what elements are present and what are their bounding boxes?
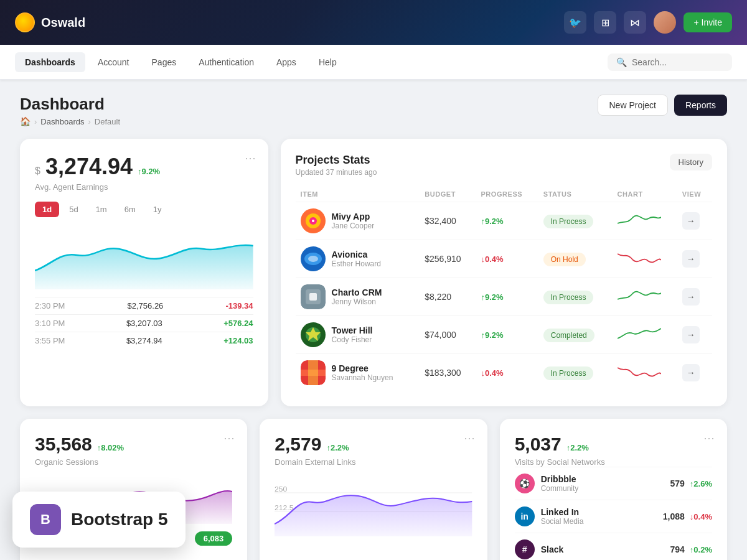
filter-1d[interactable]: 1d: [35, 202, 59, 217]
col-status: STATUS: [538, 187, 613, 202]
table-row: Avionica Esther Howard $256,910 ↓0.4% On…: [296, 240, 712, 278]
projects-table-head: ITEM BUDGET PROGRESS STATUS CHART VIEW: [296, 187, 712, 202]
row-view[interactable]: →: [677, 202, 712, 240]
project-info: Avionica Esther Howard: [332, 250, 381, 268]
earnings-menu[interactable]: ⋯: [245, 151, 256, 165]
avatar[interactable]: [654, 11, 676, 34]
project-item: Charto CRM Jenny Wilson: [301, 284, 415, 309]
data-rows: 2:30 PM $2,756.26 -139.34 3:10 PM $3,207…: [35, 297, 253, 349]
row-view[interactable]: →: [677, 354, 712, 392]
row-item: Mivy App Jane Cooper: [296, 202, 420, 240]
projects-header: Projects Stats Updated 37 minutes ago Hi…: [296, 154, 712, 177]
projects-title: Projects Stats: [296, 154, 377, 167]
social-row-slack: # Slack 794 ↑0.2%: [515, 533, 712, 560]
data-row-1: 2:30 PM $2,756.26 -139.34: [35, 297, 253, 314]
row-budget: $8,220: [420, 278, 476, 316]
row-chart: [613, 316, 677, 354]
nav-item-authentication[interactable]: Authentication: [189, 52, 264, 72]
external-amount-row: 2,579 ↑2.2%: [275, 434, 472, 455]
view-button[interactable]: →: [682, 212, 700, 230]
social-amount-row: 5,037 ↑2.2%: [515, 434, 712, 455]
external-label: Domain External Links: [275, 457, 472, 467]
organic-menu[interactable]: ⋯: [223, 431, 235, 445]
project-item: Avionica Esther Howard: [301, 246, 415, 271]
project-info: 9 Degree Savannah Nguyen: [332, 363, 393, 382]
earnings-label: Avg. Agent Earnings: [35, 182, 253, 192]
top-bar: Oswald 🐦 ⊞ ⋈ + Invite: [0, 0, 747, 45]
history-button[interactable]: History: [670, 154, 712, 170]
row-view[interactable]: →: [677, 316, 712, 354]
external-menu[interactable]: ⋯: [464, 431, 475, 445]
social-left: ⚽ Dribbble Community: [515, 474, 579, 493]
nav-item-pages[interactable]: Pages: [142, 52, 187, 72]
share-icon[interactable]: ⋈: [624, 11, 646, 34]
top-row: ⋯ $ 3,274.94 ↑9.2% Avg. Agent Earnings 1…: [20, 139, 727, 406]
project-item: Tower Hill Cody Fisher: [301, 322, 415, 347]
data-row-2: 3:10 PM $3,207.03 +576.24: [35, 314, 253, 332]
page-title: Dashboard: [20, 95, 120, 114]
view-button[interactable]: →: [682, 364, 700, 381]
svg-point-3: [312, 220, 314, 222]
monitor-icon[interactable]: ⊞: [594, 11, 616, 34]
breadcrumb: 🏠 › Dashboards › Default: [20, 116, 120, 126]
projects-sub: Updated 37 minutes ago: [296, 168, 377, 177]
filter-1y[interactable]: 1y: [146, 202, 169, 217]
view-button[interactable]: →: [682, 326, 700, 343]
row-chart: [613, 240, 677, 278]
search-area: 🔍: [608, 54, 732, 71]
row-item: 9 Degree Savannah Nguyen: [296, 354, 420, 392]
nav-item-apps[interactable]: Apps: [266, 52, 306, 72]
reports-button[interactable]: Reports: [674, 95, 727, 116]
view-button[interactable]: →: [682, 288, 700, 306]
filter-5d[interactable]: 5d: [62, 202, 85, 217]
search-input[interactable]: [632, 57, 723, 67]
bootstrap-icon: B: [30, 504, 61, 535]
breadcrumb-sep-1: ›: [34, 117, 37, 126]
organic-amount-row: 35,568 ↑8.02%: [35, 434, 232, 455]
social-info: Dribbble Community: [541, 474, 579, 493]
filter-1m[interactable]: 1m: [88, 202, 115, 217]
svg-point-6: [308, 256, 318, 262]
external-number: 2,579: [275, 434, 321, 455]
invite-button[interactable]: + Invite: [684, 12, 732, 32]
home-icon: 🏠: [20, 116, 31, 126]
nav-item-dashboards[interactable]: Dashboards: [15, 52, 85, 72]
filter-6m[interactable]: 6m: [117, 202, 143, 217]
table-row: Mivy App Jane Cooper $32,400 ↑9.2% In Pr…: [296, 202, 712, 240]
new-project-button[interactable]: New Project: [598, 95, 668, 116]
external-chart: 250 212.5: [275, 474, 472, 536]
nav-item-help[interactable]: Help: [309, 52, 347, 72]
nav-item-account[interactable]: Account: [88, 52, 139, 72]
svg-text:250: 250: [275, 486, 287, 493]
social-menu[interactable]: ⋯: [703, 431, 715, 445]
row-budget: $183,300: [420, 354, 476, 392]
row-progress: ↑9.2%: [476, 316, 538, 354]
avatar-image: [654, 11, 676, 34]
earnings-card: ⋯ $ 3,274.94 ↑9.2% Avg. Agent Earnings 1…: [20, 139, 268, 406]
row-progress: ↓0.4%: [476, 240, 538, 278]
table-row: Charto CRM Jenny Wilson $8,220 ↑9.2% In …: [296, 278, 712, 316]
svg-rect-15: [308, 360, 318, 385]
row-progress: ↓0.4%: [476, 354, 538, 392]
external-links-card: ⋯ 2,579 ↑2.2% Domain External Links: [260, 419, 487, 560]
social-stats: 794 ↑0.2%: [670, 544, 713, 554]
svg-rect-9: [309, 293, 317, 301]
earnings-amount-row: $ 3,274.94 ↑9.2%: [35, 154, 253, 180]
row-status: On Hold: [538, 240, 613, 278]
social-networks-card: ⋯ 5,037 ↑2.2% Visits by Social Networks …: [500, 419, 727, 560]
projects-table: ITEM BUDGET PROGRESS STATUS CHART VIEW: [296, 187, 712, 391]
row-chart: [613, 202, 677, 240]
row-view[interactable]: →: [677, 278, 712, 316]
view-button[interactable]: →: [682, 250, 700, 268]
nav-bar: Dashboards Account Pages Authentication …: [0, 45, 747, 80]
col-progress: PROGRESS: [476, 187, 538, 202]
breadcrumb-dashboards[interactable]: Dashboards: [40, 117, 84, 126]
col-budget: BUDGET: [420, 187, 476, 202]
social-info: Linked In Social Media: [541, 507, 584, 526]
project-icon-mivy: [301, 208, 326, 233]
row-budget: $256,910: [420, 240, 476, 278]
mask-icon[interactable]: 🐦: [564, 11, 586, 34]
project-icon-tower: [301, 322, 326, 347]
col-item: ITEM: [296, 187, 420, 202]
row-view[interactable]: →: [677, 240, 712, 278]
